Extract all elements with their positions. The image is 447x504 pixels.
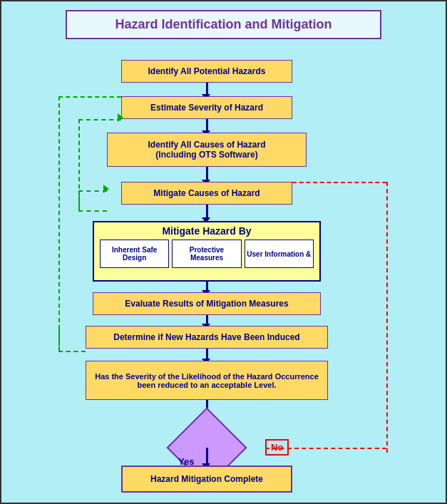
page-title: Hazard Identification and Mitigation xyxy=(115,17,332,31)
red-loop-right xyxy=(386,182,388,453)
evaluate-results-box: Evaluate Results of Mitigation Measures xyxy=(93,292,321,315)
mitigate-subcols: Inherent Safe Design Protective Measures… xyxy=(94,240,319,272)
mitigate-title: Mitigate Hazard By xyxy=(94,222,319,240)
green-arrowhead1 xyxy=(118,113,123,122)
green-arrowhead2 xyxy=(103,185,109,193)
sub-box-2: Protective Measures xyxy=(172,240,241,268)
identify-hazards-box: Identify All Potential Hazards xyxy=(121,60,292,83)
mitigate-hazard-box: Mitigate Hazard By Inherent Safe Design … xyxy=(93,221,321,282)
estimate-severity-box: Estimate Severity of Hazard xyxy=(121,96,292,119)
green-loop-left xyxy=(58,96,60,351)
sub-box-3: User Information & xyxy=(245,240,314,268)
page-container: Hazard Identification and Mitigation Ide… xyxy=(0,0,447,504)
green-inner-right-seg xyxy=(78,190,80,212)
green-loop-corner xyxy=(58,329,86,352)
identify-causes-box: Identify All Causes of Hazard (Including… xyxy=(107,133,307,167)
red-loop-bottom xyxy=(265,448,386,449)
complete-box: Hazard Mitigation Complete xyxy=(121,466,292,493)
determine-hazards-box: Determine if New Hazards Have Been Induc… xyxy=(86,326,328,349)
sub-box-1: Inherent Safe Design xyxy=(100,240,169,268)
mitigate-causes-box: Mitigate Causes of Hazard xyxy=(121,182,292,205)
green-inner-top xyxy=(78,119,121,120)
severity-question-box: Has the Severity of the Likelihood of th… xyxy=(86,361,328,400)
green-inner-top2 xyxy=(78,190,107,192)
title-box: Hazard Identification and Mitigation xyxy=(66,10,381,39)
red-loop-top xyxy=(292,182,386,183)
green-inner-bottom xyxy=(78,210,107,212)
green-loop-top1 xyxy=(58,96,121,98)
